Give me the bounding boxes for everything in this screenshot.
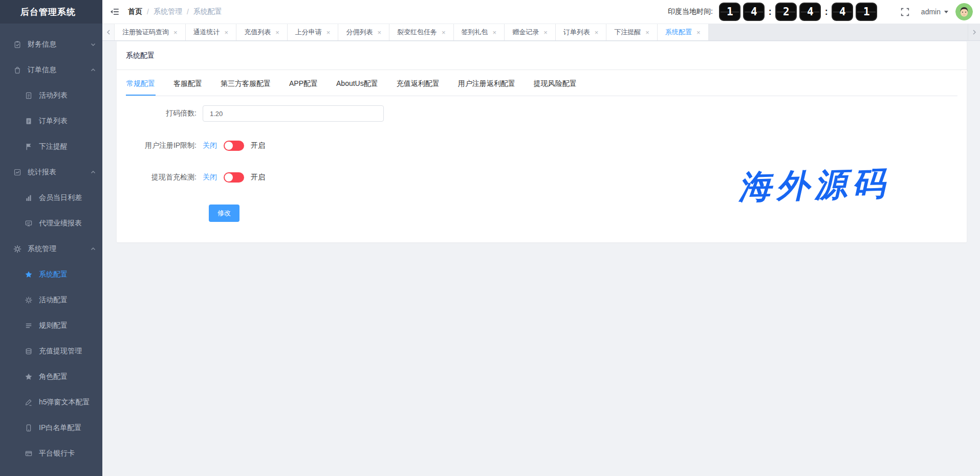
burst-icon (25, 296, 33, 304)
sidebar-item-label: 活动列表 (39, 91, 68, 100)
settings-tab[interactable]: AboutUs配置 (336, 72, 379, 96)
fullscreen-icon[interactable] (900, 7, 910, 17)
workspace-tab[interactable]: 充值列表× (236, 24, 288, 40)
workspace-tab[interactable]: 上分申请× (288, 24, 339, 40)
ip-limit-toggle[interactable] (224, 141, 244, 151)
sidebar-item[interactable]: 角色配置 (0, 364, 102, 390)
sidebar-item[interactable]: IP白名单配置 (0, 415, 102, 441)
workspace-tab[interactable]: 下注提醒× (606, 24, 658, 40)
close-icon[interactable]: × (645, 29, 649, 36)
sidebar-item[interactable]: 活动配置 (0, 287, 102, 313)
sidebar-item[interactable]: 系统配置 (0, 262, 102, 287)
close-icon[interactable]: × (696, 29, 701, 36)
sidebar-item[interactable]: 会员当日利差 (0, 185, 102, 211)
sidebar-item-label: 会员当日利差 (39, 193, 82, 202)
workspace-tab[interactable]: 签到礼包× (454, 24, 505, 40)
sidebar-item-label: 系统管理 (28, 244, 56, 254)
sidebar-item[interactable]: 充值提现管理 (0, 338, 102, 364)
close-icon[interactable]: × (377, 29, 381, 36)
close-icon[interactable]: × (442, 29, 446, 36)
ip-limit-on-label: 开启 (251, 141, 265, 150)
sidebar-item[interactable]: 订单列表 (0, 108, 102, 134)
sidebar-item-label: h5弹窗文本配置 (39, 398, 90, 407)
workspace-tab[interactable]: 订单列表× (556, 24, 607, 40)
workspace-tab[interactable]: 注册验证码查询× (115, 24, 186, 40)
document-icon (25, 92, 33, 100)
workspace-tab-label: 下注提醒 (614, 28, 641, 37)
settings-tab[interactable]: 用户注册返利配置 (458, 72, 516, 96)
tab-bar-filler (709, 24, 968, 40)
sidebar-group-item[interactable]: 统计报表 (0, 160, 102, 185)
settings-tab[interactable]: 提现风险配置 (533, 72, 577, 96)
menu-fold-icon[interactable] (110, 7, 120, 17)
sidebar-item[interactable]: 规则配置 (0, 313, 102, 338)
close-icon[interactable]: × (326, 29, 331, 36)
workspace-tab[interactable]: 赠金记录× (505, 24, 556, 40)
sidebar-item[interactable]: 平台银行卡 (0, 441, 102, 466)
workspace-tab-label: 裂变红包任务 (397, 28, 437, 37)
tab-scroll-left-button[interactable] (102, 24, 115, 40)
sidebar-item-label: 财务信息 (28, 40, 56, 49)
app-root: 后台管理系统 财务信息订单信息活动列表订单列表下注提醒统计报表会员当日利差代理业… (0, 0, 980, 476)
sidebar-group-item[interactable]: 财务信息 (0, 32, 102, 57)
sidebar-item-label: 下注提醒 (39, 142, 68, 151)
bar-chart-icon (25, 194, 33, 202)
user-menu[interactable]: admin (921, 8, 948, 16)
database-icon (25, 347, 33, 355)
avatar[interactable] (955, 3, 973, 20)
content-area: 系统配置 常规配置客服配置第三方客服配置APP配置AboutUs配置充值返利配置… (102, 41, 980, 476)
clock-digit-tile: 4 (832, 3, 853, 21)
workspace-tab[interactable]: 系统配置× (658, 24, 709, 40)
close-icon[interactable]: × (595, 29, 599, 36)
clock-colon: : (825, 7, 828, 17)
settings-tab[interactable]: APP配置 (289, 72, 318, 96)
breadcrumb-separator: / (147, 8, 149, 16)
breadcrumb-item: 系统管理 (154, 7, 182, 16)
clock-digit-tile: 1 (719, 3, 741, 21)
watermark: 海外源码 (738, 161, 890, 210)
multiplier-input[interactable] (203, 105, 384, 122)
breadcrumb-separator: / (187, 8, 189, 16)
settings-tab[interactable]: 常规配置 (126, 72, 156, 96)
username: admin (921, 8, 941, 16)
close-icon[interactable]: × (493, 29, 497, 36)
settings-tab[interactable]: 第三方客服配置 (220, 72, 271, 96)
sidebar-menu: 财务信息订单信息活动列表订单列表下注提醒统计报表会员当日利差代理业绩报表系统管理… (0, 24, 102, 466)
sidebar-item-label: 系统配置 (39, 270, 68, 279)
close-icon[interactable]: × (275, 29, 279, 36)
chevron-down-icon (90, 41, 96, 48)
sidebar-item-label: 充值提现管理 (39, 347, 82, 356)
breadcrumb-item: 系统配置 (193, 7, 222, 16)
sidebar-item[interactable]: 下注提醒 (0, 134, 102, 160)
sidebar-item-label: 订单列表 (39, 117, 68, 126)
workspace-tab-label: 订单列表 (563, 28, 590, 37)
workspace-tab[interactable]: 分佣列表× (338, 24, 389, 40)
workspace-tab[interactable]: 裂变红包任务× (389, 24, 454, 40)
workspace-tab[interactable]: 通道统计× (186, 24, 237, 40)
close-icon[interactable]: × (543, 29, 548, 36)
workspace-tab-label: 通道统计 (193, 28, 220, 37)
tab-scroll-right-button[interactable] (968, 24, 980, 40)
sidebar-item[interactable]: 代理业绩报表 (0, 211, 102, 236)
sidebar-item[interactable]: h5弹窗文本配置 (0, 390, 102, 415)
breadcrumb-home[interactable]: 首页 (128, 7, 142, 16)
sidebar-group-item[interactable]: 系统管理 (0, 236, 102, 262)
close-icon[interactable]: × (225, 29, 229, 36)
ip-limit-off-link[interactable]: 关闭 (203, 141, 217, 150)
clock-digit-tile: 4 (799, 3, 821, 21)
sidebar-item[interactable]: 活动列表 (0, 83, 102, 108)
close-icon[interactable]: × (173, 29, 178, 36)
sidebar-item-label: 平台银行卡 (39, 449, 75, 458)
settings-tab[interactable]: 充值返利配置 (396, 72, 440, 96)
withdraw-check-off-link[interactable]: 关闭 (203, 173, 217, 182)
withdraw-check-toggle[interactable] (224, 172, 244, 183)
bank-card-icon (25, 449, 33, 458)
sidebar-item-label: 统计报表 (28, 168, 56, 177)
sidebar-item-label: 活动配置 (39, 296, 68, 305)
settings-tab[interactable]: 客服配置 (173, 72, 203, 96)
save-button[interactable]: 修改 (209, 205, 239, 222)
caret-down-icon (944, 11, 948, 13)
sidebar-item-label: 规则配置 (39, 321, 68, 330)
sidebar-item-label: 订单信息 (28, 65, 56, 75)
sidebar-group-item[interactable]: 订单信息 (0, 57, 102, 83)
